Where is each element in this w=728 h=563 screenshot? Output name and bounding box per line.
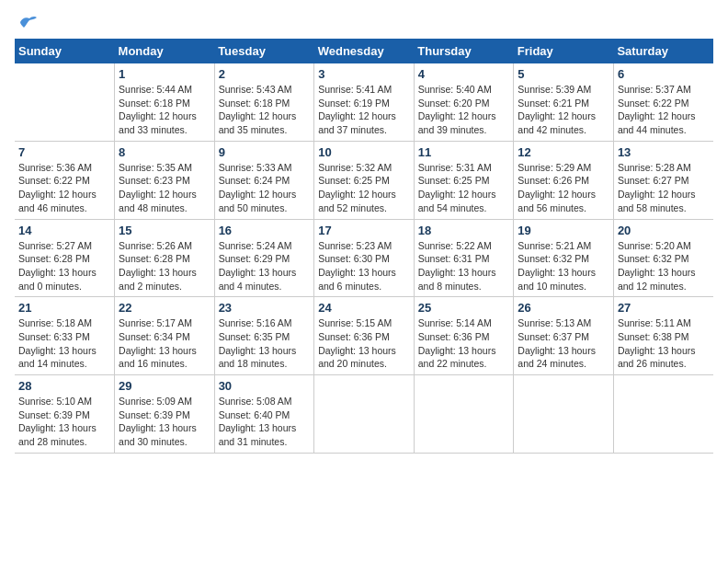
- day-number: 27: [618, 301, 710, 315]
- calendar-cell: 19Sunrise: 5:21 AM Sunset: 6:32 PM Dayli…: [514, 219, 614, 297]
- calendar-cell: [414, 375, 514, 454]
- header: [15, 15, 713, 31]
- day-number: 24: [318, 301, 410, 315]
- calendar-cell: [613, 375, 713, 454]
- calendar-table: SundayMondayTuesdayWednesdayThursdayFrid…: [15, 39, 713, 454]
- calendar-cell: 13Sunrise: 5:28 AM Sunset: 6:27 PM Dayli…: [613, 141, 713, 219]
- calendar-cell: 28Sunrise: 5:10 AM Sunset: 6:39 PM Dayli…: [15, 375, 115, 454]
- calendar-cell: 7Sunrise: 5:36 AM Sunset: 6:22 PM Daylig…: [15, 141, 115, 219]
- calendar-cell: 25Sunrise: 5:14 AM Sunset: 6:36 PM Dayli…: [414, 297, 514, 375]
- day-number: 5: [518, 67, 609, 81]
- day-info: Sunrise: 5:27 AM Sunset: 6:28 PM Dayligh…: [18, 239, 110, 293]
- calendar-cell: 24Sunrise: 5:15 AM Sunset: 6:36 PM Dayli…: [314, 297, 415, 375]
- day-info: Sunrise: 5:09 AM Sunset: 6:39 PM Dayligh…: [119, 395, 210, 449]
- day-number: 25: [418, 301, 510, 315]
- calendar-cell: 10Sunrise: 5:32 AM Sunset: 6:25 PM Dayli…: [314, 141, 415, 219]
- day-info: Sunrise: 5:15 AM Sunset: 6:36 PM Dayligh…: [318, 316, 410, 371]
- day-number: 30: [219, 379, 311, 393]
- day-info: Sunrise: 5:14 AM Sunset: 6:36 PM Dayligh…: [418, 316, 510, 371]
- day-number: 18: [418, 224, 510, 237]
- calendar-cell: [514, 375, 614, 454]
- calendar-cell: 3Sunrise: 5:41 AM Sunset: 6:19 PM Daylig…: [314, 63, 415, 141]
- day-info: Sunrise: 5:24 AM Sunset: 6:29 PM Dayligh…: [219, 239, 311, 293]
- day-info: Sunrise: 5:32 AM Sunset: 6:25 PM Dayligh…: [318, 161, 410, 215]
- week-row-5: 28Sunrise: 5:10 AM Sunset: 6:39 PM Dayli…: [15, 375, 713, 454]
- day-number: 20: [618, 224, 710, 237]
- day-number: 8: [119, 145, 210, 159]
- week-row-4: 21Sunrise: 5:18 AM Sunset: 6:33 PM Dayli…: [15, 297, 713, 375]
- calendar-cell: 5Sunrise: 5:39 AM Sunset: 6:21 PM Daylig…: [514, 63, 614, 141]
- calendar-cell: 23Sunrise: 5:16 AM Sunset: 6:35 PM Dayli…: [214, 297, 314, 375]
- day-info: Sunrise: 5:20 AM Sunset: 6:32 PM Dayligh…: [618, 239, 710, 293]
- weekday-header-monday: Monday: [115, 39, 215, 63]
- day-info: Sunrise: 5:10 AM Sunset: 6:39 PM Dayligh…: [18, 395, 110, 449]
- calendar-cell: 27Sunrise: 5:11 AM Sunset: 6:38 PM Dayli…: [613, 297, 713, 375]
- day-info: Sunrise: 5:33 AM Sunset: 6:24 PM Dayligh…: [219, 161, 311, 215]
- weekday-header-saturday: Saturday: [613, 39, 713, 63]
- calendar-cell: 20Sunrise: 5:20 AM Sunset: 6:32 PM Dayli…: [613, 219, 713, 297]
- weekday-header-row: SundayMondayTuesdayWednesdayThursdayFrid…: [15, 39, 713, 63]
- calendar-cell: 11Sunrise: 5:31 AM Sunset: 6:25 PM Dayli…: [414, 141, 514, 219]
- calendar-cell: 6Sunrise: 5:37 AM Sunset: 6:22 PM Daylig…: [613, 63, 713, 141]
- day-info: Sunrise: 5:36 AM Sunset: 6:22 PM Dayligh…: [18, 161, 110, 215]
- day-number: 23: [219, 301, 311, 315]
- calendar-cell: [15, 63, 115, 141]
- day-number: 1: [119, 67, 210, 81]
- day-info: Sunrise: 5:31 AM Sunset: 6:25 PM Dayligh…: [418, 161, 510, 215]
- calendar-cell: 12Sunrise: 5:29 AM Sunset: 6:26 PM Dayli…: [514, 141, 614, 219]
- day-info: Sunrise: 5:40 AM Sunset: 6:20 PM Dayligh…: [418, 83, 510, 137]
- calendar-cell: 9Sunrise: 5:33 AM Sunset: 6:24 PM Daylig…: [214, 141, 314, 219]
- day-info: Sunrise: 5:44 AM Sunset: 6:18 PM Dayligh…: [119, 83, 210, 137]
- weekday-header-friday: Friday: [514, 39, 614, 63]
- calendar-cell: 8Sunrise: 5:35 AM Sunset: 6:23 PM Daylig…: [115, 141, 215, 219]
- day-number: 10: [318, 145, 410, 159]
- day-number: 26: [518, 301, 609, 315]
- day-info: Sunrise: 5:23 AM Sunset: 6:30 PM Dayligh…: [318, 239, 410, 293]
- week-row-1: 1Sunrise: 5:44 AM Sunset: 6:18 PM Daylig…: [15, 63, 713, 141]
- day-info: Sunrise: 5:13 AM Sunset: 6:37 PM Dayligh…: [518, 316, 609, 371]
- day-number: 9: [219, 145, 311, 159]
- calendar-cell: 17Sunrise: 5:23 AM Sunset: 6:30 PM Dayli…: [314, 219, 415, 297]
- calendar-cell: 15Sunrise: 5:26 AM Sunset: 6:28 PM Dayli…: [115, 219, 215, 297]
- day-info: Sunrise: 5:16 AM Sunset: 6:35 PM Dayligh…: [219, 316, 311, 371]
- weekday-header-tuesday: Tuesday: [214, 39, 314, 63]
- calendar-cell: 18Sunrise: 5:22 AM Sunset: 6:31 PM Dayli…: [414, 219, 514, 297]
- day-number: 4: [418, 67, 510, 81]
- day-info: Sunrise: 5:28 AM Sunset: 6:27 PM Dayligh…: [618, 161, 710, 215]
- day-info: Sunrise: 5:17 AM Sunset: 6:34 PM Dayligh…: [119, 316, 210, 371]
- day-number: 3: [318, 67, 410, 81]
- day-number: 6: [618, 67, 710, 81]
- day-number: 13: [618, 145, 710, 159]
- logo: [15, 15, 39, 31]
- day-info: Sunrise: 5:08 AM Sunset: 6:40 PM Dayligh…: [219, 395, 311, 449]
- day-info: Sunrise: 5:21 AM Sunset: 6:32 PM Dayligh…: [518, 239, 609, 293]
- day-info: Sunrise: 5:43 AM Sunset: 6:18 PM Dayligh…: [219, 83, 311, 137]
- day-info: Sunrise: 5:39 AM Sunset: 6:21 PM Dayligh…: [518, 83, 609, 137]
- calendar-cell: 26Sunrise: 5:13 AM Sunset: 6:37 PM Dayli…: [514, 297, 614, 375]
- day-number: 19: [518, 224, 609, 237]
- day-number: 28: [18, 379, 110, 393]
- day-info: Sunrise: 5:18 AM Sunset: 6:33 PM Dayligh…: [18, 316, 110, 371]
- bird-icon: [18, 15, 39, 31]
- day-number: 29: [119, 379, 210, 393]
- calendar-cell: 1Sunrise: 5:44 AM Sunset: 6:18 PM Daylig…: [115, 63, 215, 141]
- day-number: 17: [318, 224, 410, 237]
- calendar-cell: 29Sunrise: 5:09 AM Sunset: 6:39 PM Dayli…: [115, 375, 215, 454]
- calendar-cell: 22Sunrise: 5:17 AM Sunset: 6:34 PM Dayli…: [115, 297, 215, 375]
- calendar-cell: 2Sunrise: 5:43 AM Sunset: 6:18 PM Daylig…: [214, 63, 314, 141]
- calendar-cell: 4Sunrise: 5:40 AM Sunset: 6:20 PM Daylig…: [414, 63, 514, 141]
- day-info: Sunrise: 5:41 AM Sunset: 6:19 PM Dayligh…: [318, 83, 410, 137]
- day-info: Sunrise: 5:26 AM Sunset: 6:28 PM Dayligh…: [119, 239, 210, 293]
- week-row-2: 7Sunrise: 5:36 AM Sunset: 6:22 PM Daylig…: [15, 141, 713, 219]
- day-number: 22: [119, 301, 210, 315]
- calendar-cell: 30Sunrise: 5:08 AM Sunset: 6:40 PM Dayli…: [214, 375, 314, 454]
- calendar-cell: 14Sunrise: 5:27 AM Sunset: 6:28 PM Dayli…: [15, 219, 115, 297]
- day-info: Sunrise: 5:29 AM Sunset: 6:26 PM Dayligh…: [518, 161, 609, 215]
- calendar-cell: 16Sunrise: 5:24 AM Sunset: 6:29 PM Dayli…: [214, 219, 314, 297]
- day-info: Sunrise: 5:11 AM Sunset: 6:38 PM Dayligh…: [618, 316, 710, 371]
- day-number: 15: [119, 224, 210, 237]
- day-number: 12: [518, 145, 609, 159]
- day-number: 11: [418, 145, 510, 159]
- day-number: 21: [18, 301, 110, 315]
- day-number: 14: [18, 224, 110, 237]
